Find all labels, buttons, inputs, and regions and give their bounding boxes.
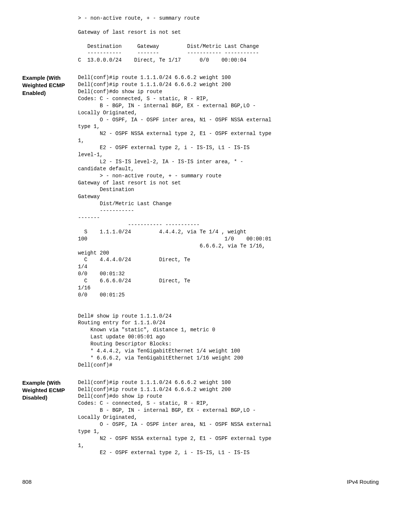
- example-code-weighted-ecmp-disabled: Dell(conf)#ip route 1.1.1.0/24 6.6.6.2 w…: [78, 379, 379, 456]
- example-code-weighted-ecmp-enabled: Dell(conf)#ip route 1.1.1.0/24 6.6.6.2 w…: [78, 74, 379, 368]
- example-label-weighted-ecmp-enabled: Example (With Weighted ECMP Enabled): [22, 74, 78, 97]
- example-label-weighted-ecmp-disabled: Example (With Weighted ECMP Disabled): [22, 379, 78, 402]
- section-title: IPv4 Routing: [347, 478, 379, 486]
- page-number: 808: [22, 478, 32, 486]
- top-code-block: > - non-active route, + - summary route …: [78, 15, 379, 64]
